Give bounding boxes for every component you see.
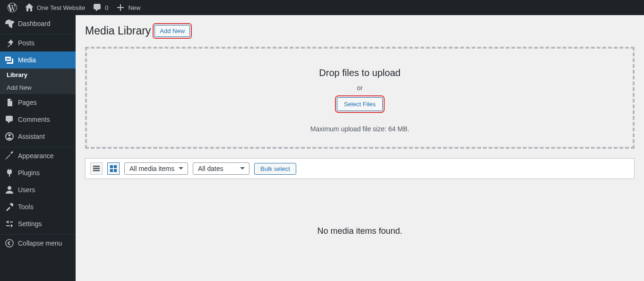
wordpress-icon xyxy=(8,3,17,12)
home-icon xyxy=(25,3,34,12)
page-title: Media Library xyxy=(85,25,151,37)
svg-point-2 xyxy=(8,186,11,190)
admin-sidebar: Dashboard Posts Media Library Add New Pa… xyxy=(0,15,76,281)
media-type-filter[interactable]: All media items xyxy=(124,162,188,175)
new-content-link[interactable]: New xyxy=(112,0,144,15)
menu-tools[interactable]: Tools xyxy=(0,198,76,215)
plugin-icon xyxy=(5,168,14,178)
submenu-add-new[interactable]: Add New xyxy=(0,81,76,94)
comments-link[interactable]: 0 xyxy=(89,0,112,15)
submenu-media: Library Add New xyxy=(0,68,76,94)
grid-view-icon xyxy=(109,164,118,173)
user-icon xyxy=(5,185,14,195)
menu-label: Media xyxy=(18,56,36,64)
media-icon xyxy=(5,55,14,65)
page-header: Media Library Add New xyxy=(85,25,635,37)
menu-label: Posts xyxy=(18,39,34,47)
menu-label: Settings xyxy=(18,220,42,228)
plus-icon xyxy=(116,3,125,12)
comment-icon xyxy=(93,3,102,12)
menu-label: Tools xyxy=(18,203,34,211)
dropzone-or: or xyxy=(96,84,623,92)
sliders-icon xyxy=(5,219,14,229)
menu-posts[interactable]: Posts xyxy=(0,34,76,51)
wrench-icon xyxy=(5,202,14,212)
submenu-library[interactable]: Library xyxy=(0,68,76,81)
brush-icon xyxy=(5,151,14,161)
menu-label: Collapse menu xyxy=(18,239,62,247)
bulk-select-button[interactable]: Bulk select xyxy=(254,163,296,175)
site-name: One Test Website xyxy=(37,4,85,11)
collapse-icon xyxy=(5,238,14,248)
menu-settings[interactable]: Settings xyxy=(0,215,76,232)
dashboard-icon xyxy=(5,19,14,28)
view-grid-button[interactable] xyxy=(107,162,120,175)
menu-label: Assistant xyxy=(18,133,45,140)
page-icon xyxy=(5,98,14,107)
select-files-button[interactable]: Select Files xyxy=(337,97,383,111)
menu-media[interactable]: Media xyxy=(0,51,76,68)
media-filter-bar: All media items All dates Bulk select xyxy=(85,158,635,179)
max-upload-size: Maximum upload file size: 64 MB. xyxy=(96,125,623,133)
list-view-icon xyxy=(92,164,101,173)
menu-pages[interactable]: Pages xyxy=(0,94,76,111)
svg-point-1 xyxy=(9,134,11,136)
menu-comments[interactable]: Comments xyxy=(0,111,76,128)
empty-state-message: No media items found. xyxy=(85,226,635,236)
menu-label: Users xyxy=(18,186,35,194)
assistant-icon xyxy=(5,132,14,141)
main-content: Media Library Add New Drop files to uplo… xyxy=(76,15,644,246)
dropzone-heading: Drop files to upload xyxy=(96,68,623,78)
pin-icon xyxy=(5,38,14,48)
menu-dashboard[interactable]: Dashboard xyxy=(0,15,76,32)
comment-count: 0 xyxy=(105,4,108,11)
new-label: New xyxy=(128,4,140,11)
menu-label: Appearance xyxy=(18,152,54,160)
collapse-menu[interactable]: Collapse menu xyxy=(0,235,76,252)
menu-label: Dashboard xyxy=(18,20,51,27)
wp-logo[interactable] xyxy=(4,0,21,15)
menu-appearance[interactable]: Appearance xyxy=(0,147,76,164)
upload-dropzone[interactable]: Drop files to upload or Select Files Max… xyxy=(85,47,635,149)
site-name-link[interactable]: One Test Website xyxy=(21,0,89,15)
menu-users[interactable]: Users xyxy=(0,181,76,198)
date-filter[interactable]: All dates xyxy=(193,162,249,175)
comments-icon xyxy=(5,115,14,124)
add-new-button[interactable]: Add New xyxy=(155,25,190,37)
menu-assistant[interactable]: Assistant xyxy=(0,128,76,145)
view-list-button[interactable] xyxy=(90,162,103,175)
menu-plugins[interactable]: Plugins xyxy=(0,164,76,181)
menu-label: Comments xyxy=(18,116,50,123)
menu-label: Plugins xyxy=(18,169,40,177)
admin-toolbar: One Test Website 0 New xyxy=(0,0,644,15)
menu-label: Pages xyxy=(18,99,37,106)
svg-point-3 xyxy=(6,239,13,247)
